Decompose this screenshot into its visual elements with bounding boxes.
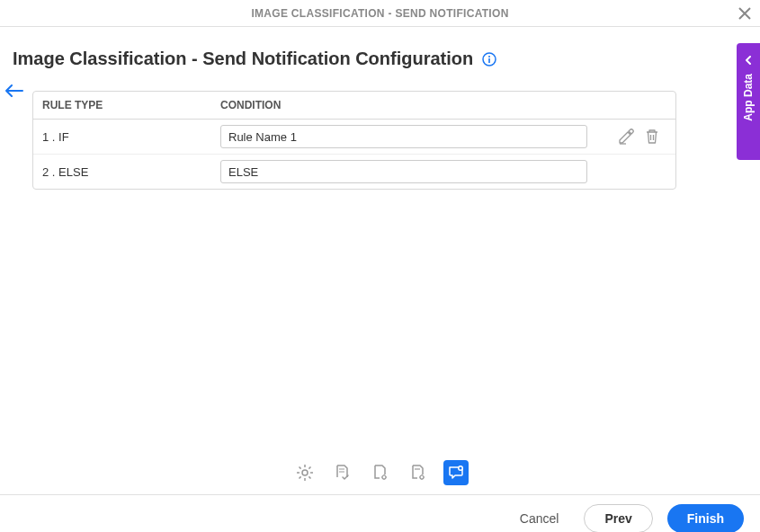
step-document-gear2-icon[interactable] xyxy=(406,460,431,485)
cancel-button[interactable]: Cancel xyxy=(509,504,570,532)
titlebar: IMAGE CLASSIFICATION - SEND NOTIFICATION xyxy=(0,0,760,27)
table-row: 1 . IF xyxy=(33,120,675,155)
edit-icon[interactable] xyxy=(618,129,634,145)
step-document-gear-icon[interactable] xyxy=(368,460,393,485)
prev-button[interactable]: Prev xyxy=(584,504,652,532)
page-title: Image Classification - Send Notification… xyxy=(13,49,473,69)
step-navigation xyxy=(0,460,760,494)
delete-icon[interactable] xyxy=(645,129,659,145)
svg-point-1 xyxy=(488,56,490,58)
row-label: 1 . IF xyxy=(42,130,220,144)
svg-point-6 xyxy=(420,475,424,479)
svg-rect-2 xyxy=(488,58,490,63)
svg-point-5 xyxy=(382,475,386,479)
step-document-check-icon[interactable] xyxy=(330,460,355,485)
app-data-tab[interactable]: App Data xyxy=(737,43,760,160)
table-header: RULE TYPE CONDITION xyxy=(33,92,675,120)
step-notification-icon[interactable] xyxy=(443,460,469,485)
condition-header: CONDITION xyxy=(220,99,281,111)
step-settings-icon[interactable] xyxy=(292,460,317,485)
svg-point-8 xyxy=(459,467,461,470)
close-icon[interactable] xyxy=(738,5,751,24)
footer-actions: Cancel Prev Finish xyxy=(0,494,760,532)
chevron-left-icon xyxy=(744,52,753,68)
condition-input[interactable] xyxy=(220,125,587,148)
condition-input[interactable] xyxy=(220,160,587,183)
table-row: 2 . ELSE xyxy=(33,155,675,189)
finish-button[interactable]: Finish xyxy=(667,504,744,532)
row-label: 2 . ELSE xyxy=(42,165,220,179)
back-arrow-icon[interactable] xyxy=(5,84,23,97)
ruletype-header: RULE TYPE xyxy=(42,99,220,111)
rules-table: RULE TYPE CONDITION 1 . IF 2 . ELSE xyxy=(32,91,676,190)
svg-point-4 xyxy=(302,470,308,475)
app-data-label: App Data xyxy=(742,74,755,121)
titlebar-text: IMAGE CLASSIFICATION - SEND NOTIFICATION xyxy=(251,7,508,20)
info-icon[interactable] xyxy=(482,52,496,66)
